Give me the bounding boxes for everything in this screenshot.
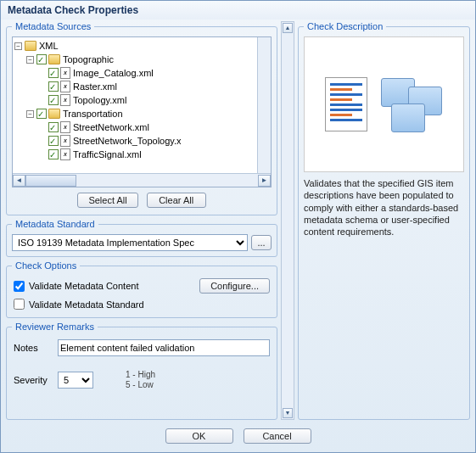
dialog-title: Metadata Check Properties (1, 1, 475, 20)
metadata-standard-legend: Metadata Standard (12, 219, 98, 229)
metadata-sources-legend: Metadata Sources (12, 21, 94, 31)
dialog-window: Metadata Check Properties Metadata Sourc… (0, 0, 476, 453)
notes-label: Notes (14, 343, 51, 353)
xml-file-icon: x (60, 81, 70, 92)
panel-vertical-scrollbar[interactable]: ▲ ▼ (281, 21, 294, 420)
severity-hints: 1 - High 5 - Low (126, 370, 155, 390)
tree-item-label: Image_Catalog.xml (73, 66, 154, 80)
checkbox-checked-icon[interactable] (48, 68, 59, 78)
folder-icon (48, 109, 60, 119)
tree-group[interactable]: − Topographic (14, 53, 269, 66)
tree-vertical-scrollbar[interactable] (257, 37, 271, 173)
tree-item[interactable]: x Image_Catalog.xml (14, 66, 269, 80)
scroll-thumb[interactable] (25, 175, 76, 187)
collapse-icon[interactable]: − (26, 56, 34, 64)
sources-tree[interactable]: − XML − Topographic (12, 36, 272, 187)
tree-group-label: Topographic (63, 53, 114, 66)
tree-item-label: StreetNetwork_Topology.x (73, 134, 182, 148)
tree-item-label: TrafficSignal.xml (73, 148, 142, 161)
xml-file-icon: x (60, 135, 70, 147)
tree-group[interactable]: − Transportation (14, 107, 269, 120)
scroll-up-icon[interactable]: ▲ (283, 23, 293, 33)
checkbox-checked-icon[interactable] (48, 81, 59, 92)
configure-button[interactable]: Configure... (199, 278, 270, 294)
checkbox-checked-icon[interactable] (48, 122, 59, 132)
severity-label: Severity (14, 375, 51, 385)
check-description-legend: Check Description (304, 21, 386, 31)
ok-button[interactable]: OK (165, 428, 233, 444)
xml-file-icon: x (60, 148, 70, 160)
tree-root-label: XML (39, 39, 59, 53)
collapse-icon[interactable]: − (26, 110, 34, 118)
tree-item[interactable]: x StreetNetwork_Topology.x (14, 134, 269, 148)
notes-input[interactable] (58, 339, 270, 356)
metadata-standard-select[interactable]: ISO 19139 Metadata Implementation Spec (12, 234, 248, 251)
document-icon (325, 77, 367, 131)
severity-select[interactable]: 5 (58, 372, 93, 389)
reviewer-remarks-group: Reviewer Remarks Notes Severity 5 1 - Hi… (6, 322, 277, 420)
cancel-button[interactable]: Cancel (244, 428, 311, 444)
checkbox-checked-icon[interactable] (48, 136, 59, 146)
description-illustration (304, 36, 464, 172)
check-options-group: Check Options Validate Metadata Content … (6, 260, 277, 318)
tree-item[interactable]: x StreetNetwork.xml (14, 120, 269, 134)
checkbox-checked-icon[interactable] (48, 95, 59, 105)
tree-item-label: Raster.xml (73, 80, 117, 93)
collapse-icon[interactable]: − (14, 42, 22, 50)
tree-item[interactable]: x Raster.xml (14, 80, 269, 93)
select-all-button[interactable]: Select All (77, 193, 137, 208)
folder-icon (25, 41, 36, 51)
dialog-footer: OK Cancel (1, 420, 475, 452)
xml-file-icon: x (60, 67, 70, 79)
xml-file-icon: x (60, 121, 70, 133)
check-options-legend: Check Options (12, 260, 80, 271)
validate-standard-checkbox[interactable] (14, 299, 25, 310)
browse-standard-button[interactable]: ... (251, 235, 272, 250)
validate-standard-label: Validate Metadata Standard (29, 299, 144, 310)
reviewer-remarks-legend: Reviewer Remarks (12, 322, 98, 332)
tree-group-label: Transportation (63, 107, 123, 120)
validate-content-label: Validate Metadata Content (29, 281, 138, 291)
scroll-left-icon[interactable]: ◄ (13, 175, 25, 187)
left-column: Metadata Sources − XML − (6, 21, 277, 420)
validate-content-checkbox[interactable] (14, 281, 25, 292)
clear-all-button[interactable]: Clear All (147, 193, 206, 208)
tree-horizontal-scrollbar[interactable]: ◄ ► (13, 173, 271, 187)
tree-item-label: StreetNetwork.xml (73, 120, 149, 134)
folder-icon (48, 54, 60, 64)
checkbox-checked-icon[interactable] (36, 54, 47, 64)
tree-root[interactable]: − XML (14, 39, 269, 53)
dialog-content: Metadata Sources − XML − (1, 20, 475, 420)
tree-item[interactable]: x Topology.xml (14, 93, 269, 107)
check-description-group: Check Description Validates that the sp (298, 21, 470, 420)
tree-item-label: Topology.xml (73, 93, 126, 107)
layers-icon (376, 75, 444, 134)
checkbox-checked-icon[interactable] (48, 149, 59, 159)
tree-item[interactable]: x TrafficSignal.xml (14, 148, 269, 161)
scroll-down-icon[interactable]: ▼ (283, 408, 293, 418)
metadata-sources-group: Metadata Sources − XML − (6, 21, 277, 215)
scroll-right-icon[interactable]: ► (258, 175, 271, 187)
description-text: Validates that the specified GIS item de… (304, 177, 464, 238)
xml-file-icon: x (60, 94, 70, 106)
metadata-standard-group: Metadata Standard ISO 19139 Metadata Imp… (6, 219, 277, 257)
checkbox-checked-icon[interactable] (36, 109, 47, 119)
